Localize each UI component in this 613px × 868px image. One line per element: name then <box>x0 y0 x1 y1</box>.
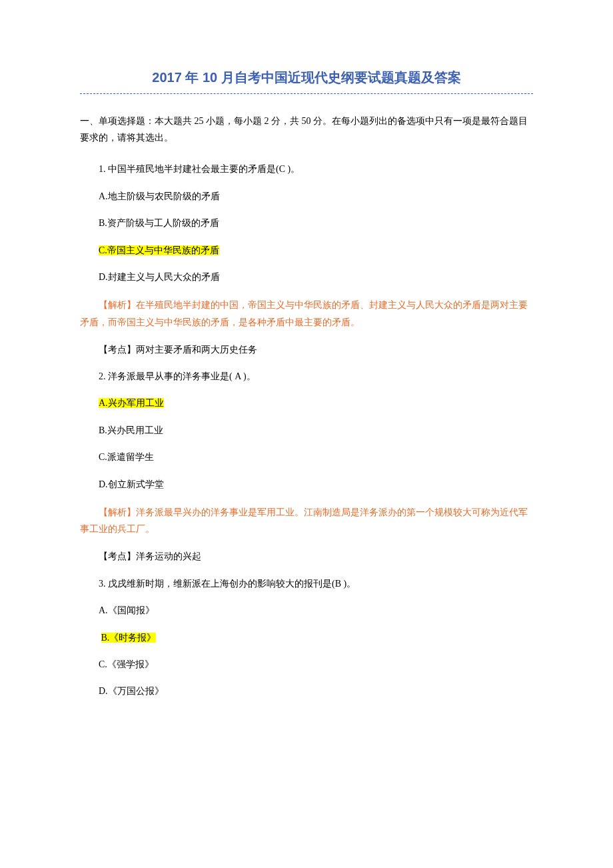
question-3-number: 3. <box>99 579 106 589</box>
question-2-option-b: B.兴办民用工业 <box>80 423 533 438</box>
question-2: 2. 洋务派最早从事的洋务事业是( A )。 <box>80 369 533 384</box>
question-1: 1. 中国半殖民地半封建社会最主要的矛盾是(C )。 <box>80 162 533 177</box>
question-1-option-c-highlight: C.帝国主义与中华民族的矛盾 <box>99 245 219 255</box>
page-title: 2017 年 10 月自考中国近现代史纲要试题真题及答案 <box>80 67 533 88</box>
question-1-option-c: C.帝国主义与中华民族的矛盾 <box>80 243 533 258</box>
question-2-option-a-highlight: A.兴办军用工业 <box>99 398 164 408</box>
question-1-option-b: B.资产阶级与工人阶级的矛盾 <box>80 216 533 231</box>
question-3-option-b-highlight: B.《时务报》 <box>101 633 157 643</box>
question-2-analysis: 【解析】洋务派最早兴办的洋务事业是军用工业。江南制造局是洋务派办的第一个规模较大… <box>80 504 533 537</box>
question-1-option-d: D.封建主义与人民大众的矛盾 <box>80 270 533 285</box>
question-2-number: 2. <box>99 371 106 381</box>
question-3-option-a: A.《国闻报》 <box>80 603 533 618</box>
question-2-option-d: D.创立新式学堂 <box>80 477 533 492</box>
title-underline <box>80 93 533 94</box>
question-2-keypoint: 【考点】洋务运动的兴起 <box>80 549 533 564</box>
question-3-option-d: D.《万国公报》 <box>80 684 533 699</box>
question-2-body: 洋务派最早从事的洋务事业是( A )。 <box>108 371 256 381</box>
question-2-option-c: C.派遣留学生 <box>80 450 533 465</box>
question-3: 3. 戊戌维新时期，维新派在上海创办的影响较大的报刊是(B )。 <box>80 577 533 591</box>
question-1-option-a: A.地主阶级与农民阶级的矛盾 <box>80 189 533 204</box>
question-1-number: 1. <box>99 164 106 174</box>
question-1-body: 中国半殖民地半封建社会最主要的矛盾是(C )。 <box>108 164 300 174</box>
instructions-text: 一、单项选择题：本大题共 25 小题，每小题 2 分，共 50 分。在每小题列出… <box>80 113 533 146</box>
question-3-option-b: B.《时务报》 <box>80 631 533 645</box>
question-3-body: 戊戌维新时期，维新派在上海创办的影响较大的报刊是(B )。 <box>108 579 356 589</box>
question-3-option-c: C.《强学报》 <box>80 657 533 672</box>
question-1-keypoint: 【考点】两对主要矛盾和两大历史任务 <box>80 343 533 357</box>
question-2-option-a: A.兴办军用工业 <box>80 396 533 411</box>
question-1-analysis: 【解析】在半殖民地半封建的中国，帝国主义与中华民族的矛盾、封建主义与人民大众的矛… <box>80 297 533 330</box>
